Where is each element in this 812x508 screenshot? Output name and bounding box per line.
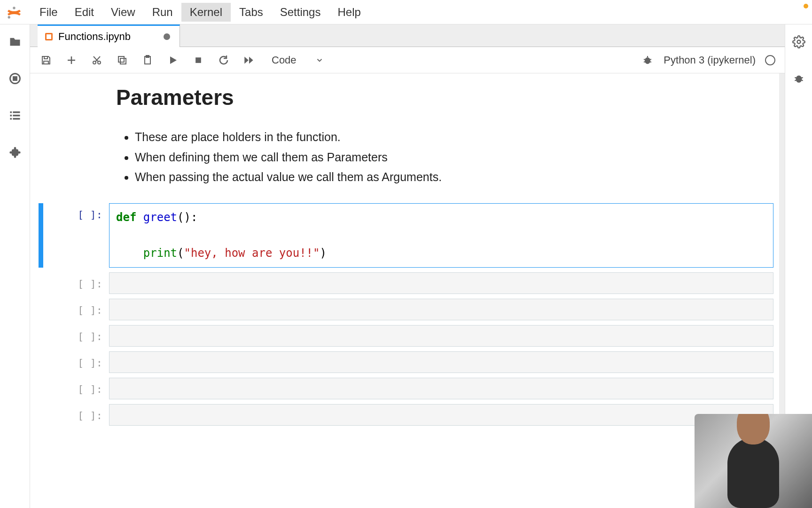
svg-line-39 bbox=[801, 80, 803, 80]
debugger-icon[interactable] bbox=[792, 71, 806, 86]
property-inspector-icon[interactable] bbox=[792, 35, 806, 49]
center-panel: Functions.ipynb bbox=[30, 24, 785, 508]
code-input[interactable] bbox=[109, 404, 773, 426]
add-cell-button[interactable] bbox=[65, 54, 78, 67]
svg-line-38 bbox=[795, 80, 796, 80]
debug-icon[interactable] bbox=[641, 54, 654, 67]
svg-point-28 bbox=[645, 57, 650, 64]
svg-rect-8 bbox=[10, 118, 12, 120]
menu-file[interactable]: File bbox=[31, 3, 66, 22]
svg-point-0 bbox=[13, 7, 15, 9]
code-input[interactable] bbox=[109, 378, 773, 399]
unsaved-dot-icon bbox=[164, 33, 170, 40]
svg-rect-13 bbox=[44, 56, 47, 59]
notebook-toolbar: Code Python 3 (ipykernel) bbox=[30, 47, 785, 73]
cell-prompt: [ ]: bbox=[43, 404, 109, 426]
run-button[interactable] bbox=[166, 54, 180, 67]
menu-kernel[interactable]: Kernel bbox=[181, 3, 231, 22]
notebook-icon bbox=[44, 32, 54, 41]
running-icon[interactable] bbox=[8, 71, 22, 86]
copy-button[interactable] bbox=[116, 54, 129, 67]
cell-prompt: [ ]: bbox=[43, 325, 109, 347]
cut-button[interactable] bbox=[90, 54, 103, 67]
markdown-heading: Parameters bbox=[116, 85, 773, 110]
cell-prompt: [ ]: bbox=[43, 272, 109, 294]
code-input[interactable] bbox=[109, 351, 773, 373]
svg-line-36 bbox=[795, 78, 796, 78]
cell-prompt: [ ]: bbox=[43, 299, 109, 320]
svg-rect-5 bbox=[13, 111, 20, 113]
chevron-down-icon bbox=[315, 56, 324, 64]
webcam-overlay bbox=[695, 414, 812, 508]
svg-point-1 bbox=[8, 16, 10, 18]
tab-label: Functions.ipynb bbox=[58, 31, 131, 43]
code-cell[interactable]: [ ]: bbox=[39, 351, 773, 373]
toc-icon[interactable] bbox=[8, 108, 22, 122]
restart-button[interactable] bbox=[217, 54, 230, 67]
svg-line-37 bbox=[801, 78, 803, 78]
tab-notebook[interactable]: Functions.ipynb bbox=[38, 24, 180, 47]
kernel-name[interactable]: Python 3 (ipykernel) bbox=[664, 54, 756, 66]
svg-rect-9 bbox=[13, 118, 20, 120]
code-cell[interactable]: [ ]: def greet(): print("hey, how are yo… bbox=[39, 203, 773, 268]
cell-prompt: [ ]: bbox=[43, 203, 109, 268]
svg-line-31 bbox=[649, 59, 651, 60]
cell-type-label: Code bbox=[272, 54, 297, 66]
code-input[interactable]: def greet(): print("hey, how are you!!") bbox=[109, 203, 773, 268]
svg-rect-21 bbox=[118, 56, 124, 62]
menu-tabs[interactable]: Tabs bbox=[231, 3, 272, 22]
cell-prompt: [ ]: bbox=[43, 378, 109, 399]
menu-bar: File Edit View Run Kernel Tabs Settings … bbox=[0, 0, 812, 24]
menu-edit[interactable]: Edit bbox=[66, 3, 102, 22]
main-layout: Functions.ipynb bbox=[0, 24, 812, 508]
svg-line-33 bbox=[649, 62, 651, 62]
cell-prompt: [ ]: bbox=[43, 351, 109, 373]
code-cell[interactable]: [ ]: ↖ bbox=[39, 272, 773, 294]
notebook-area[interactable]: Parameters These are place holders in th… bbox=[30, 73, 785, 508]
markdown-bullet: When defining them we call them as Param… bbox=[135, 147, 773, 167]
save-button[interactable] bbox=[39, 54, 53, 67]
run-all-button[interactable] bbox=[242, 54, 256, 67]
svg-marker-26 bbox=[244, 56, 249, 64]
code-input[interactable] bbox=[109, 299, 773, 320]
cell-active-marker bbox=[39, 203, 43, 268]
code-cell[interactable]: [ ]: bbox=[39, 325, 773, 347]
code-cell[interactable]: [ ]: bbox=[39, 299, 773, 320]
svg-marker-27 bbox=[249, 56, 253, 64]
svg-rect-12 bbox=[44, 61, 48, 64]
menu-run[interactable]: Run bbox=[144, 3, 181, 22]
jupyter-logo bbox=[6, 4, 23, 21]
svg-rect-7 bbox=[13, 115, 20, 117]
menu-settings[interactable]: Settings bbox=[272, 3, 329, 22]
svg-point-34 bbox=[797, 40, 800, 44]
svg-marker-24 bbox=[170, 56, 177, 64]
menu-view[interactable]: View bbox=[102, 3, 144, 22]
svg-rect-3 bbox=[13, 77, 16, 80]
code-input[interactable] bbox=[109, 325, 773, 347]
svg-rect-11 bbox=[47, 34, 51, 39]
menu-help[interactable]: Help bbox=[329, 3, 369, 22]
svg-line-30 bbox=[644, 59, 646, 60]
kernel-status-icon bbox=[765, 55, 775, 65]
code-cell[interactable]: [ ]: bbox=[39, 404, 773, 426]
svg-rect-4 bbox=[10, 111, 12, 113]
code-cell[interactable]: [ ]: bbox=[39, 378, 773, 399]
paste-button[interactable] bbox=[141, 54, 154, 67]
svg-rect-20 bbox=[120, 58, 126, 64]
svg-line-32 bbox=[644, 62, 646, 62]
stop-button[interactable] bbox=[192, 54, 205, 67]
markdown-bullet: When passing the actual value we call th… bbox=[135, 167, 773, 187]
code-input[interactable] bbox=[109, 272, 773, 294]
markdown-cell[interactable]: Parameters These are place holders in th… bbox=[39, 73, 773, 198]
status-dot bbox=[804, 4, 808, 8]
left-activity-bar bbox=[0, 24, 30, 508]
cell-type-select[interactable]: Code bbox=[272, 54, 324, 66]
folder-icon[interactable] bbox=[8, 35, 22, 49]
extensions-icon[interactable] bbox=[8, 145, 22, 159]
svg-rect-6 bbox=[10, 115, 12, 117]
svg-rect-25 bbox=[195, 57, 201, 63]
svg-point-35 bbox=[796, 76, 802, 83]
tab-bar: Functions.ipynb bbox=[30, 24, 785, 47]
markdown-bullet: These are place holders in the function. bbox=[135, 127, 773, 147]
